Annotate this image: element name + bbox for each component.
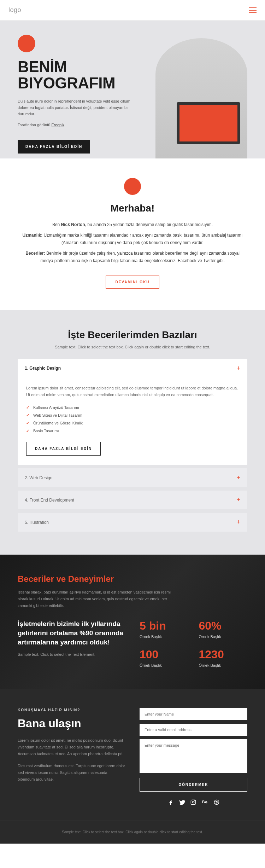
exp-sample: Sample text. Click to select the Text El… [18,652,125,656]
message-input[interactable] [140,739,247,773]
accordion-body: Lorem ipsum dolor sit amet, consectetur … [18,378,247,465]
name-input[interactable] [140,708,247,720]
hero-credit: Tarafından görüntü Freepik [18,122,131,128]
plus-icon: + [236,496,240,504]
plus-icon: + [236,519,240,526]
stat-value: 60% [199,619,248,632]
stat-label: Örnek Başlık [199,635,248,639]
hero-title: BENİM biyografim [18,59,131,91]
accordion-label: 1. Graphic Design [25,366,61,371]
behance-icon[interactable] [202,799,208,806]
accordion-header[interactable]: 4. Front End Development + [18,491,247,509]
accordion-item: 5. Illustration + [18,513,247,532]
email-input[interactable] [140,724,247,736]
intro-p3: Beceriler: Benimle bir proje üzerinde ça… [21,250,244,265]
stat-item: 1230 Örnek Başlık [199,648,248,667]
exp-subtitle: İşletmelerin bizimle ilk yıllarında geli… [18,619,125,647]
svg-point-1 [192,802,194,803]
intro-p1: Ben Nick Nortoh, bu alanda 25 yıldan faz… [21,221,244,229]
stat-label: Örnek Başlık [199,663,248,667]
exp-desc: İstisnai olarak, bazı durumları aşırıya … [18,589,180,609]
hero-section: BENİM biyografim Duis aute irure dolor i… [0,21,265,158]
footer-text: Sample text. Click to select the text bo… [8,829,257,835]
accordion-item: 2. Web Design + [18,468,247,487]
twitter-icon[interactable] [179,799,185,806]
contact-section: KONUŞMAYA HAZIR MISIN? Bana ulaşın Lorem… [0,689,265,821]
stat-item: 100 Örnek Başlık [140,648,188,667]
contact-title: Bana ulaşın [18,717,125,730]
learn-more-button[interactable]: DAHA FAZLA BİLGİ EDİN [26,442,101,456]
hero-desc: Duis aute irure dolor in reprehenderit i… [18,98,131,117]
exp-title: Beceriler ve Deneyimler [18,574,247,584]
accordion-label: 5. Illustration [25,520,49,525]
stat-value: 5 bin [140,619,188,632]
header: logo [0,0,265,21]
read-more-button[interactable]: DEVAMINI OKU [106,276,159,289]
logo[interactable]: logo [8,6,21,14]
stat-item: 5 bin Örnek Başlık [140,619,188,639]
stat-label: Örnek Başlık [140,635,188,639]
stat-value: 100 [140,648,188,661]
list-item: Web Sitesi ve Dijital Tasarım [26,411,239,419]
hero-image [124,35,258,158]
accordion-header[interactable]: 2. Web Design + [18,468,247,487]
plus-icon: + [236,474,240,481]
menu-icon[interactable] [249,7,257,13]
contact-p2: Dictumst vestibulum rhoncus est. Turpis … [18,763,125,782]
stat-item: 60% Örnek Başlık [199,619,248,639]
accordion-header[interactable]: 5. Illustration + [18,513,247,532]
credit-link[interactable]: Freepik [51,123,64,127]
dribbble-icon[interactable] [214,799,219,806]
contact-p1: Lorem ipsum dolor sit amet, ne mollis po… [18,737,125,757]
accordion-label: 2. Web Design [25,475,53,480]
accent-dot [124,178,141,195]
learn-more-button[interactable]: DAHA FAZLA BİLGİ EDİN [18,140,90,154]
contact-form: GÖNDERMEK [140,708,247,806]
accordion-text: Lorem ipsum dolor sit amet, consectetur … [26,385,239,398]
instagram-icon[interactable] [190,799,196,806]
list-item: Baskı Tasarımı [26,427,239,435]
social-links [140,799,247,806]
accent-dot [18,35,35,52]
intro-title: Merhaba! [21,203,244,214]
submit-button[interactable]: GÖNDERMEK [140,778,247,792]
skills-section: İşte Becerilerimden Bazıları Sample text… [0,310,265,555]
accordion-item: 1. Graphic Design + Lorem ipsum dolor si… [18,359,247,465]
skills-title: İşte Becerilerimden Bazıları [18,329,247,341]
accordion-item: 4. Front End Development + [18,491,247,509]
facebook-icon[interactable] [168,799,173,806]
experience-section: Beceriler ve Deneyimler İstisnai olarak,… [0,555,265,689]
intro-section: Merhaba! Ben Nick Nortoh, bu alanda 25 y… [0,158,265,310]
contact-eyebrow: KONUŞMAYA HAZIR MISIN? [18,708,125,712]
stat-label: Örnek Başlık [140,663,188,667]
skills-subtitle: Sample text. Click to select the text bo… [18,345,247,349]
svg-point-2 [194,801,195,801]
stat-value: 1230 [199,648,248,661]
accordion-header[interactable]: 1. Graphic Design + [18,359,247,378]
footer: Sample text. Click to select the text bo… [0,821,265,844]
accordion-label: 4. Front End Development [25,498,74,503]
list-item: Kullanıcı Arayüzü Tasarımı [26,404,239,411]
list-item: Örüntüleme ve Görsel Kimlik [26,419,239,427]
intro-p2: Uzmanlık: Uzmanlığım marka kimliği tasar… [21,232,244,247]
plus-icon: + [236,365,240,372]
